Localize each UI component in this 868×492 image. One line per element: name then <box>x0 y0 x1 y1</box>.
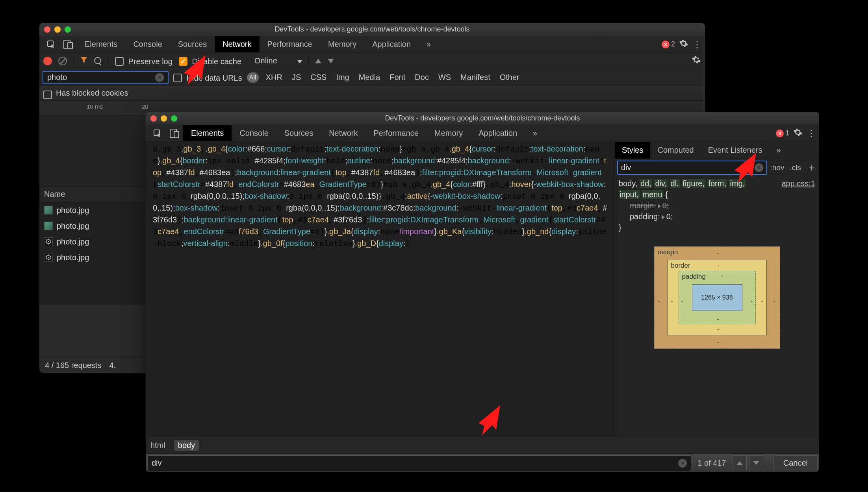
settings-icon[interactable] <box>692 55 701 67</box>
rule-source-link[interactable]: app.css:1 <box>781 178 815 189</box>
maximize-window-button[interactable] <box>171 115 177 122</box>
tab-elements[interactable]: Elements <box>77 36 125 52</box>
resource-icon: ⚙ <box>44 237 53 246</box>
tab-sources[interactable]: Sources <box>276 125 321 141</box>
kebab-menu-icon[interactable]: ⋮ <box>692 39 701 50</box>
tab-performance[interactable]: Performance <box>260 36 321 52</box>
new-rule-button[interactable]: ＋ <box>807 161 817 174</box>
rule-selector: body, dd, div, dl, figure, form, img, in… <box>619 179 746 199</box>
search-match-count: 1 of 417 <box>694 459 730 468</box>
device-toolbar-icon[interactable] <box>165 125 181 141</box>
filter-input[interactable]: photo × <box>43 71 169 84</box>
filter-js[interactable]: JS <box>289 72 303 83</box>
tab-application[interactable]: Application <box>471 125 525 141</box>
filter-value: photo <box>47 73 67 82</box>
has-blocked-cookies-checkbox[interactable] <box>43 91 52 99</box>
filter-css[interactable]: CSS <box>308 72 329 83</box>
cls-toggle[interactable]: .cls <box>790 163 801 172</box>
tab-application[interactable]: Application <box>364 36 419 52</box>
breadcrumb-html[interactable]: html <box>150 441 165 450</box>
tab-memory[interactable]: Memory <box>320 36 364 52</box>
minimize-window-button[interactable] <box>54 26 61 33</box>
settings-icon[interactable] <box>793 128 803 139</box>
titlebar: DevTools - developers.google.com/web/too… <box>39 23 705 36</box>
annotation-arrow-preserve-log <box>178 51 213 87</box>
main-tabbar: Elements Console Sources Network Perform… <box>39 36 705 53</box>
filter-all[interactable]: All <box>247 72 259 83</box>
device-toolbar-icon[interactable] <box>59 36 75 52</box>
tab-network[interactable]: Network <box>215 36 259 52</box>
preserve-log-checkbox[interactable]: Preserve log <box>115 55 172 66</box>
settings-icon[interactable] <box>679 39 688 50</box>
tab-more[interactable]: » <box>525 125 545 141</box>
tab-memory[interactable]: Memory <box>427 125 471 141</box>
tab-elements[interactable]: Elements <box>183 125 232 141</box>
filter-xhr[interactable]: XHR <box>263 72 285 83</box>
maximize-window-button[interactable] <box>65 26 71 33</box>
dom-breadcrumb[interactable]: html body <box>146 437 819 453</box>
search-icon[interactable] <box>94 57 102 65</box>
elements-search-input[interactable]: div × <box>147 455 691 471</box>
minimize-window-button[interactable] <box>161 115 167 122</box>
filter-media[interactable]: Media <box>356 72 382 83</box>
clear-filter-icon[interactable]: × <box>155 73 164 82</box>
record-button[interactable] <box>43 57 52 65</box>
subtab-computed[interactable]: Computed <box>650 142 701 159</box>
throttling-dropdown[interactable]: Online <box>254 56 302 65</box>
styles-toolbar: div × :hov .cls ＋ <box>615 159 819 176</box>
filter-img[interactable]: Img <box>334 72 351 83</box>
clear-search-icon[interactable]: × <box>678 459 687 468</box>
error-icon: × <box>662 41 670 48</box>
filter-other[interactable]: Other <box>497 72 522 83</box>
filter-manifest[interactable]: Manifest <box>458 72 493 83</box>
download-icon[interactable] <box>328 59 334 63</box>
inspect-icon[interactable] <box>150 125 165 141</box>
tab-performance[interactable]: Performance <box>366 125 427 141</box>
close-window-button[interactable] <box>150 115 157 122</box>
search-prev-button[interactable] <box>733 455 747 471</box>
css-decl-margin[interactable]: margin:0; <box>630 201 669 210</box>
window-title: DevTools - developers.google.com/web/too… <box>39 25 705 33</box>
css-rule[interactable]: app.css:1 body, dd, div, dl, figure, for… <box>615 176 819 235</box>
titlebar: DevTools - developers.google.com/web/too… <box>146 112 819 125</box>
resource-icon: ⚙ <box>44 253 53 262</box>
error-icon: × <box>776 129 784 137</box>
tab-network[interactable]: Network <box>321 125 365 141</box>
devtools-tabs: Elements Console Sources Network Perform… <box>77 36 439 52</box>
filter-doc[interactable]: Doc <box>412 72 431 83</box>
filter-font[interactable]: Font <box>387 72 408 83</box>
inspect-icon[interactable] <box>43 36 59 52</box>
timeline-tick: 20 <box>142 103 148 110</box>
requests-summary: 4 / 165 requests <box>45 361 101 370</box>
kebab-menu-icon[interactable]: ⋮ <box>807 128 815 139</box>
elements-search-bar: div × 1 of 417 Cancel <box>146 453 819 472</box>
tab-sources[interactable]: Sources <box>170 36 215 52</box>
source-code-area[interactable]: a.gb_3.gb_3,.gb_4{color:#666;cursor:defa… <box>146 142 614 437</box>
clear-button[interactable] <box>58 57 67 65</box>
error-count-badge[interactable]: × 1 <box>776 129 789 137</box>
css-source: a.gb_3.gb_3,.gb_4{color:#666;cursor:defa… <box>153 143 607 250</box>
network-toolbar: Preserve log Disable cache Online <box>39 53 705 69</box>
error-count-badge[interactable]: × 2 <box>662 40 675 48</box>
tab-more[interactable]: » <box>419 36 439 52</box>
filter-icon[interactable] <box>80 56 88 66</box>
filter-ws[interactable]: WS <box>436 72 453 83</box>
hov-toggle[interactable]: :hov <box>770 163 785 172</box>
subtab-styles[interactable]: Styles <box>615 142 650 159</box>
box-model-diagram[interactable]: margin - - - - border - - - - padding - … <box>654 246 780 349</box>
search-cancel-button[interactable]: Cancel <box>773 455 818 471</box>
close-window-button[interactable] <box>44 26 50 33</box>
search-next-button[interactable] <box>749 455 763 471</box>
subtab-more[interactable]: » <box>770 142 788 159</box>
window-title: DevTools - developers.google.com/web/too… <box>146 114 819 122</box>
upload-icon[interactable] <box>315 59 321 63</box>
tab-console[interactable]: Console <box>125 36 170 52</box>
tab-console[interactable]: Console <box>232 125 276 141</box>
blocked-cookies-row: Has blocked cookies <box>39 86 705 101</box>
error-count: 2 <box>671 40 675 48</box>
error-count: 1 <box>785 129 789 137</box>
traffic-lights <box>44 26 71 33</box>
css-decl-padding[interactable]: padding:0; <box>630 212 673 221</box>
styles-sidebar: Styles Computed Event Listeners » div × … <box>614 142 819 437</box>
breadcrumb-body[interactable]: body <box>174 440 199 451</box>
